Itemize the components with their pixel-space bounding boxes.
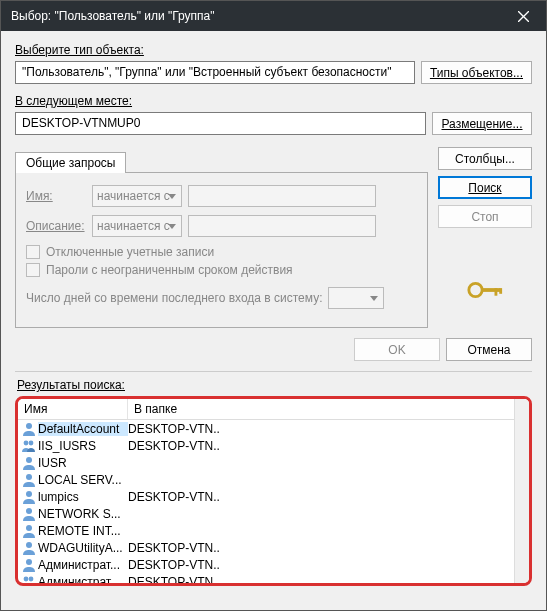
- table-row[interactable]: Администрат...DESKTOP-VTN..: [18, 573, 529, 586]
- group-icon: [20, 439, 38, 453]
- svg-point-13: [26, 525, 32, 531]
- name-match-combo[interactable]: начинается с: [92, 185, 182, 207]
- name-filter-label: Имя:: [26, 189, 86, 203]
- tab-common-queries[interactable]: Общие запросы: [15, 152, 126, 173]
- user-icon: [20, 422, 38, 436]
- row-name: LOCAL SERV...: [38, 473, 128, 487]
- row-folder: DESKTOP-VTN..: [128, 541, 220, 555]
- svg-point-15: [26, 559, 32, 565]
- object-type-label: Выберите тип объекта:: [15, 43, 532, 57]
- table-row[interactable]: Администрат...DESKTOP-VTN..: [18, 556, 529, 573]
- row-folder: DESKTOP-VTN..: [128, 558, 220, 572]
- titlebar: Выбор: "Пользователь" или "Группа": [1, 1, 546, 31]
- row-name: lumpics: [38, 490, 128, 504]
- svg-point-12: [26, 508, 32, 514]
- row-name: NETWORK S...: [38, 507, 128, 521]
- svg-point-17: [29, 576, 34, 581]
- dialog-content: Выберите тип объекта: "Пользователь", "Г…: [1, 31, 546, 596]
- row-name: Администрат...: [38, 575, 128, 587]
- object-types-button[interactable]: Типы объектов...: [421, 61, 532, 84]
- svg-rect-4: [495, 288, 498, 296]
- group-icon: [20, 575, 38, 587]
- table-row[interactable]: IIS_IUSRSDESKTOP-VTN..: [18, 437, 529, 454]
- dialog-button-row: OK Отмена: [15, 338, 532, 361]
- filter-panel: Имя: начинается с Описание: начинается с…: [15, 173, 428, 328]
- object-type-section: Выберите тип объекта: "Пользователь", "Г…: [15, 43, 532, 84]
- row-folder: DESKTOP-VTN..: [128, 422, 220, 436]
- svg-point-8: [29, 440, 34, 445]
- svg-point-16: [24, 576, 29, 581]
- svg-rect-5: [499, 288, 502, 294]
- stop-button[interactable]: Стоп: [438, 205, 532, 228]
- ok-button[interactable]: OK: [354, 338, 440, 361]
- location-section: В следующем месте: DESKTOP-VTNMUP0 Разме…: [15, 94, 532, 135]
- location-value[interactable]: DESKTOP-VTNMUP0: [15, 112, 426, 135]
- user-icon: [20, 541, 38, 555]
- row-folder: DESKTOP-VTN..: [128, 575, 220, 587]
- user-icon: [20, 456, 38, 470]
- days-since-label: Число дней со времени последнего входа в…: [26, 291, 322, 305]
- row-name: Администрат...: [38, 558, 128, 572]
- table-row[interactable]: REMOTE INT...: [18, 522, 529, 539]
- search-button[interactable]: Поиск: [438, 176, 532, 199]
- key-icon: [438, 278, 532, 305]
- svg-point-7: [24, 440, 29, 445]
- disabled-accounts-label: Отключенные учетные записи: [46, 245, 214, 259]
- disabled-accounts-checkbox[interactable]: [26, 245, 40, 259]
- window-title: Выбор: "Пользователь" или "Группа": [11, 9, 501, 23]
- row-name: DefaultAccount: [38, 422, 128, 436]
- col-folder[interactable]: В папке: [128, 399, 529, 419]
- table-row[interactable]: NETWORK S...: [18, 505, 529, 522]
- user-icon: [20, 507, 38, 521]
- svg-point-2: [469, 283, 482, 296]
- results-label: Результаты поиска:: [17, 378, 530, 392]
- svg-point-9: [26, 457, 32, 463]
- name-filter-input[interactable]: [188, 185, 376, 207]
- days-since-combo[interactable]: [328, 287, 384, 309]
- desc-filter-input[interactable]: [188, 215, 376, 237]
- close-button[interactable]: [501, 1, 546, 31]
- row-name: IIS_IUSRS: [38, 439, 128, 453]
- columns-button[interactable]: Столбцы...: [438, 147, 532, 170]
- row-folder: DESKTOP-VTN..: [128, 439, 220, 453]
- user-icon: [20, 490, 38, 504]
- desc-filter-label: Описание:: [26, 219, 86, 233]
- scrollbar[interactable]: [514, 399, 531, 583]
- svg-point-10: [26, 474, 32, 480]
- table-row[interactable]: LOCAL SERV...: [18, 471, 529, 488]
- row-name: REMOTE INT...: [38, 524, 128, 538]
- table-header: Имя В папке: [18, 399, 529, 420]
- table-row[interactable]: WDAGUtilityA...DESKTOP-VTN..: [18, 539, 529, 556]
- row-name: IUSR: [38, 456, 128, 470]
- desc-match-combo[interactable]: начинается с: [92, 215, 182, 237]
- row-folder: DESKTOP-VTN..: [128, 490, 220, 504]
- location-label: В следующем месте:: [15, 94, 532, 108]
- cancel-button[interactable]: Отмена: [446, 338, 532, 361]
- table-row[interactable]: lumpicsDESKTOP-VTN..: [18, 488, 529, 505]
- object-type-value[interactable]: "Пользователь", "Группа" или "Встроенный…: [15, 61, 415, 84]
- svg-point-6: [26, 423, 32, 429]
- table-row[interactable]: DefaultAccountDESKTOP-VTN..: [18, 420, 529, 437]
- table-row[interactable]: IUSR: [18, 454, 529, 471]
- svg-point-11: [26, 491, 32, 497]
- row-name: WDAGUtilityA...: [38, 541, 128, 555]
- divider: [15, 371, 532, 372]
- tab-strip: Общие запросы: [15, 151, 428, 173]
- svg-point-14: [26, 542, 32, 548]
- non-expiring-checkbox[interactable]: [26, 263, 40, 277]
- col-name[interactable]: Имя: [18, 399, 128, 419]
- user-icon: [20, 473, 38, 487]
- results-table: Имя В папке DefaultAccountDESKTOP-VTN..I…: [15, 396, 532, 586]
- user-icon: [20, 558, 38, 572]
- svg-rect-3: [481, 288, 500, 292]
- user-icon: [20, 524, 38, 538]
- locations-button[interactable]: Размещение...: [432, 112, 532, 135]
- side-buttons: Столбцы... Поиск Стоп: [438, 147, 532, 305]
- non-expiring-label: Пароли с неограниченным сроком действия: [46, 263, 293, 277]
